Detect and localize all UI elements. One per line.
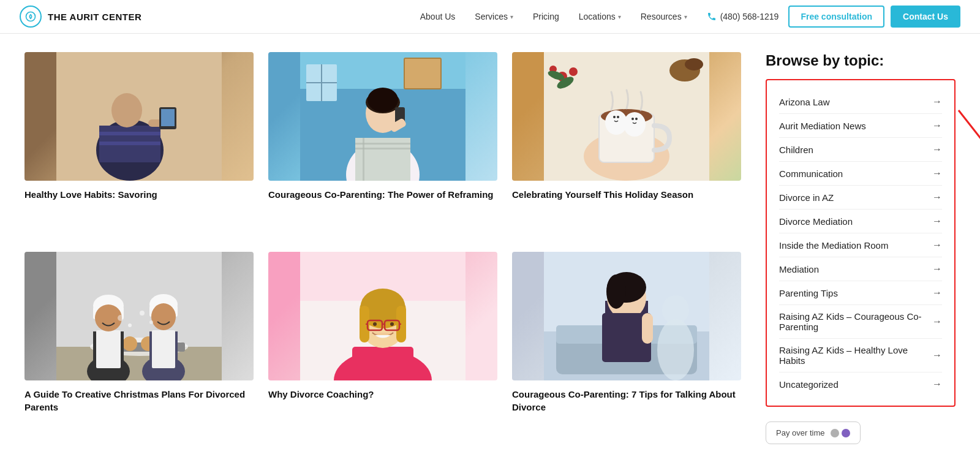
svg-point-89 — [373, 322, 377, 326]
pay-over-time-badge: Pay over time — [766, 422, 861, 444]
nav-resources[interactable]: Resources ▾ — [641, 12, 687, 21]
topic-item[interactable]: Uncategorized→ — [779, 372, 942, 396]
logo-icon — [20, 6, 42, 28]
topic-label: Arizona Law — [779, 97, 830, 107]
svg-rect-9 — [161, 109, 175, 126]
article-grid: Healthy Love Habits: Savoring — [24, 52, 741, 444]
topic-item[interactable]: Arizona Law→ — [779, 90, 942, 114]
svg-point-99 — [606, 274, 626, 309]
payment-dots — [831, 429, 850, 437]
nav-locations[interactable]: Locations ▾ — [579, 12, 621, 21]
svg-point-73 — [149, 320, 153, 324]
article-image — [268, 52, 497, 181]
topic-item[interactable]: Communication→ — [779, 162, 942, 186]
article-image — [268, 252, 497, 380]
svg-rect-78 — [352, 347, 413, 380]
article-title: A Guide To Creative Christmas Plans For … — [24, 388, 254, 414]
article-title: Courageous Co-Parenting: The Power of Re… — [268, 188, 497, 201]
svg-point-39 — [613, 116, 616, 118]
article-image — [24, 52, 254, 181]
svg-point-56 — [123, 336, 137, 351]
svg-point-42 — [629, 115, 640, 126]
topic-label: Inside the Mediation Room — [779, 240, 888, 251]
svg-rect-21 — [363, 138, 364, 181]
topic-item[interactable]: Aurit Mediation News→ — [779, 114, 942, 138]
topic-arrow-icon: → — [932, 263, 942, 274]
topic-arrow-icon: → — [932, 379, 942, 390]
chevron-down-icon: ▾ — [618, 13, 621, 20]
topic-arrow-icon: → — [932, 350, 942, 361]
article-card[interactable]: Courageous Co-Parenting: The Power of Re… — [268, 52, 497, 232]
contact-us-button[interactable]: Contact Us — [891, 6, 960, 28]
article-title: Healthy Love Habits: Savoring — [24, 188, 254, 201]
article-card[interactable]: Celebrating Yourself This Holiday Season — [512, 52, 741, 232]
svg-rect-69 — [152, 330, 175, 368]
topic-label: Raising AZ Kids – Courageous Co-Parentin… — [779, 311, 932, 332]
annotation-arrow — [952, 101, 980, 168]
nav-pricing[interactable]: Pricing — [533, 12, 559, 21]
sidebar: Browse by topic: Arizona Law→Aurit Media… — [766, 52, 956, 444]
topic-arrow-icon: → — [932, 287, 942, 298]
article-image — [512, 52, 741, 181]
chevron-down-icon: ▾ — [684, 13, 687, 20]
free-consultation-button[interactable]: Free consultation — [788, 6, 884, 28]
svg-point-70 — [151, 303, 176, 330]
article-image — [512, 252, 741, 380]
topic-item[interactable]: Divorce Mediation→ — [779, 210, 942, 233]
chevron-down-icon: ▾ — [510, 13, 513, 20]
article-title: Celebrating Yourself This Holiday Season — [512, 188, 741, 201]
topic-label: Raising AZ Kids – Healthy Love Habits — [779, 345, 932, 366]
article-card[interactable]: A Guide To Creative Christmas Plans For … — [24, 252, 254, 445]
topic-item[interactable]: Raising AZ Kids – Courageous Co-Parentin… — [779, 305, 942, 339]
topic-label: Communication — [779, 168, 843, 179]
article-card[interactable]: Courageous Co-Parenting: 7 Tips for Talk… — [512, 252, 741, 445]
topic-label: Aurit Mediation News — [779, 121, 866, 131]
topic-item[interactable]: Inside the Mediation Room→ — [779, 233, 942, 257]
topic-item[interactable]: Children→ — [779, 138, 942, 162]
topic-item[interactable]: Divorce in AZ→ — [779, 186, 942, 210]
topic-arrow-icon: → — [932, 168, 942, 179]
topic-label: Divorce in AZ — [779, 192, 834, 203]
logo[interactable]: THE AURIT CENTER — [20, 6, 141, 28]
topic-label: Mediation — [779, 264, 819, 274]
navbar: THE AURIT CENTER About Us Services ▾ Pri… — [0, 0, 980, 34]
dot-gray — [831, 429, 839, 437]
topic-arrow-icon: → — [932, 316, 942, 327]
logo-text: THE AURIT CENTER — [48, 12, 141, 22]
nav-links: About Us Services ▾ Pricing Locations ▾ … — [420, 12, 687, 21]
topic-label: Divorce Mediation — [779, 216, 853, 227]
topic-arrow-icon: → — [932, 96, 942, 107]
topic-box: Arizona Law→Aurit Mediation News→Childre… — [766, 79, 956, 407]
svg-point-24 — [368, 88, 398, 112]
svg-point-46 — [569, 67, 578, 76]
svg-rect-16 — [404, 58, 441, 89]
svg-point-44 — [635, 118, 638, 120]
svg-point-10 — [111, 93, 142, 127]
topic-item[interactable]: Raising AZ Kids – Healthy Love Habits→ — [779, 339, 942, 372]
svg-point-30 — [685, 58, 703, 70]
topic-arrow-icon: → — [932, 240, 942, 251]
article-title: Why Divorce Coaching? — [268, 388, 497, 401]
topic-label: Uncategorized — [779, 379, 839, 390]
svg-point-43 — [631, 118, 634, 120]
svg-point-38 — [611, 113, 622, 124]
topic-item[interactable]: Parenting Tips→ — [779, 281, 942, 305]
svg-rect-6 — [99, 142, 160, 145]
article-image — [24, 252, 254, 380]
nav-services[interactable]: Services ▾ — [475, 12, 513, 21]
topic-label: Children — [779, 145, 813, 155]
topic-arrow-icon: → — [932, 144, 942, 155]
browse-by-topic-title: Browse by topic: — [766, 52, 956, 69]
svg-point-72 — [140, 311, 145, 316]
topic-arrow-icon: → — [932, 120, 942, 131]
svg-point-40 — [617, 116, 619, 118]
nav-about[interactable]: About Us — [420, 12, 456, 21]
article-card[interactable]: Why Divorce Coaching? — [268, 252, 497, 445]
svg-point-0 — [26, 12, 36, 21]
article-card[interactable]: Healthy Love Habits: Savoring — [24, 52, 254, 232]
topic-item[interactable]: Mediation→ — [779, 257, 942, 281]
topic-arrow-icon: → — [932, 216, 942, 227]
svg-point-74 — [118, 315, 124, 321]
svg-rect-63 — [96, 330, 121, 368]
dot-purple — [842, 429, 850, 437]
